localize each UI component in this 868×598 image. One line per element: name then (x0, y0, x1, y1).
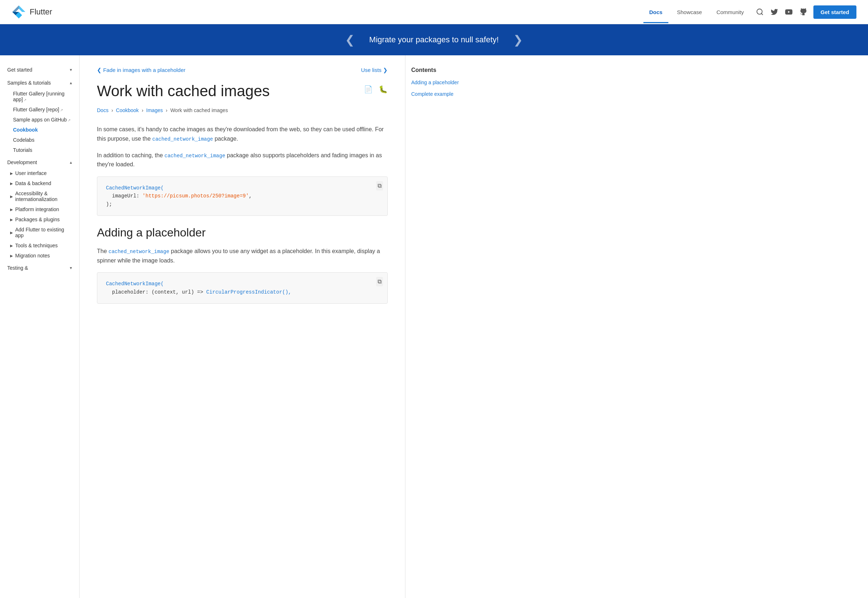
package-link-3[interactable]: cached_network_image (109, 249, 169, 254)
breadcrumb-images[interactable]: Images (146, 108, 163, 113)
breadcrumb: Docs › Cookbook › Images › Work with cac… (97, 108, 388, 113)
sidebar-item-packages[interactable]: ▶ Packages & plugins (0, 214, 79, 224)
toc-item-complete-example[interactable]: Complete example (411, 91, 471, 98)
sidebar-item-tools[interactable]: ▶ Tools & techniques (0, 241, 79, 251)
section-heading-placeholder: Adding a placeholder (97, 226, 388, 239)
breadcrumb-cookbook[interactable]: Cookbook (116, 108, 139, 113)
sidebar-label-testing: Testing & (7, 265, 28, 271)
sidebar-item-migration[interactable]: ▶ Migration notes (0, 251, 79, 261)
header-icons (756, 7, 808, 16)
breadcrumb-sep-3: › (166, 108, 168, 113)
sidebar-item-development[interactable]: Development ▴ (0, 157, 79, 168)
copy-button-1[interactable]: ⧉ (376, 181, 383, 191)
expand-arrow-icon: ▶ (10, 244, 13, 248)
sidebar-item-platform[interactable]: ▶ Platform integration (0, 204, 79, 214)
file-icon[interactable]: 📄 (364, 85, 373, 94)
code-line-2-2: placeholder: (context, url) => CircularP… (106, 288, 379, 296)
sidebar-label-ui: User interface (15, 170, 46, 176)
nav-docs[interactable]: Docs (644, 1, 668, 23)
sidebar-label-migration: Migration notes (15, 253, 50, 259)
sidebar-item-ui[interactable]: ▶ User interface (0, 168, 79, 178)
sidebar-item-codelabs[interactable]: Codelabs (0, 135, 79, 145)
code-line-1: CachedNetworkImage( (106, 184, 379, 192)
toc-title: Contents (411, 67, 471, 73)
banner-prev-arrow[interactable]: ❮ (345, 33, 355, 46)
placeholder-paragraph: The cached_network_image package allows … (97, 247, 388, 265)
sidebar-label-samples: Samples & tutorials (7, 80, 51, 86)
sidebar-item-samples[interactable]: Samples & tutorials ▴ (0, 77, 79, 88)
sidebar-item-accessibility[interactable]: ▶ Accessibility & internationalization (0, 188, 79, 204)
sidebar-item-testing[interactable]: Testing & ▾ (0, 262, 79, 274)
external-link-icon: ↗ (67, 118, 70, 122)
chevron-down-icon-3: ▾ (70, 265, 72, 271)
sidebar-section-testing: Testing & ▾ (0, 262, 79, 274)
chevron-down-icon: ▾ (70, 67, 72, 72)
banner-text: Migrate your packages to null safety! (369, 35, 499, 45)
intro-paragraph-1: In some cases, it's handy to cache image… (97, 125, 388, 143)
sidebar-item-cookbook[interactable]: Cookbook (0, 125, 79, 135)
banner: ❮ Migrate your packages to null safety! … (0, 24, 868, 55)
sidebar: Get started ▾ Samples & tutorials ▴ Flut… (0, 55, 79, 598)
code-line-2: imageUrl: 'https://picsum.photos/250?ima… (106, 192, 379, 200)
sidebar-label-add-flutter: Add Flutter to existing app (15, 227, 72, 238)
toc-item-placeholder[interactable]: Adding a placeholder (411, 79, 471, 87)
twitter-icon[interactable] (770, 7, 779, 16)
expand-arrow-icon: ▶ (10, 194, 13, 199)
next-page-link[interactable]: Use lists ❯ (361, 67, 388, 73)
sidebar-item-gallery-running[interactable]: Flutter Gallery [running app]↗ (0, 88, 79, 105)
breadcrumb-current: Work with cached images (171, 108, 228, 113)
sidebar-label-platform: Platform integration (15, 206, 59, 212)
page-title-row: Work with cached images 📄 🐛 (97, 82, 388, 105)
page-title: Work with cached images (97, 82, 270, 100)
search-icon[interactable] (756, 7, 764, 16)
svg-marker-1 (12, 5, 19, 12)
svg-line-5 (761, 13, 763, 15)
sidebar-section-development: Development ▴ ▶ User interface ▶ Data & … (0, 157, 79, 261)
page-navigation: ❮ Fade in images with a placeholder Use … (97, 67, 388, 73)
expand-arrow-icon: ▶ (10, 181, 13, 185)
chevron-up-icon-2: ▴ (70, 160, 72, 165)
bug-icon[interactable]: 🐛 (379, 85, 388, 94)
page-title-icons: 📄 🐛 (364, 82, 388, 94)
logo[interactable]: Flutter (12, 5, 52, 19)
sidebar-item-gallery-repo[interactable]: Flutter Gallery [repo]↗ (0, 105, 79, 115)
expand-arrow-icon: ▶ (10, 218, 13, 222)
copy-button-2[interactable]: ⧉ (376, 277, 383, 286)
svg-point-4 (757, 9, 762, 15)
expand-arrow-icon: ▶ (10, 254, 13, 258)
github-icon[interactable] (799, 7, 808, 16)
intro-paragraph-2: In addition to caching, the cached_netwo… (97, 151, 388, 169)
code-block-2: ⧉ CachedNetworkImage( placeholder: (cont… (97, 272, 388, 304)
sidebar-label-get-started: Get started (7, 67, 32, 73)
breadcrumb-sep-2: › (142, 108, 144, 113)
package-link-1[interactable]: cached_network_image (152, 136, 213, 142)
sidebar-label-data: Data & backend (15, 181, 51, 186)
sidebar-label-development: Development (7, 160, 37, 165)
external-link-icon: ↗ (24, 98, 26, 102)
code-line-2-1: CachedNetworkImage( (106, 280, 379, 288)
sidebar-item-data[interactable]: ▶ Data & backend (0, 178, 79, 188)
sidebar-item-sample-apps[interactable]: Sample apps on GitHub↗ (0, 115, 79, 125)
sidebar-item-get-started[interactable]: Get started ▾ (0, 64, 79, 76)
logo-text: Flutter (30, 7, 52, 16)
external-link-icon: ↗ (60, 108, 63, 112)
header-nav: Docs Showcase Community (644, 1, 750, 23)
sidebar-item-add-flutter[interactable]: ▶ Add Flutter to existing app (0, 224, 79, 241)
nav-showcase[interactable]: Showcase (671, 1, 708, 23)
prev-page-link[interactable]: ❮ Fade in images with a placeholder (97, 67, 186, 73)
main-content: ❮ Fade in images with a placeholder Use … (79, 55, 405, 598)
breadcrumb-docs[interactable]: Docs (97, 108, 109, 113)
expand-arrow-icon: ▶ (10, 171, 13, 175)
sidebar-label-tools: Tools & techniques (15, 242, 58, 248)
svg-marker-0 (19, 5, 25, 12)
banner-next-arrow[interactable]: ❯ (513, 33, 523, 46)
expand-arrow-icon: ▶ (10, 208, 13, 211)
code-block-1: ⧉ CachedNetworkImage( imageUrl: 'https:/… (97, 176, 388, 216)
package-link-2[interactable]: cached_network_image (165, 153, 225, 159)
code-line-3: ); (106, 200, 379, 208)
header: Flutter Docs Showcase Community (0, 0, 868, 24)
get-started-button[interactable]: Get started (813, 5, 856, 19)
sidebar-item-tutorials[interactable]: Tutorials (0, 145, 79, 155)
nav-community[interactable]: Community (711, 1, 750, 23)
youtube-icon[interactable] (784, 7, 793, 16)
